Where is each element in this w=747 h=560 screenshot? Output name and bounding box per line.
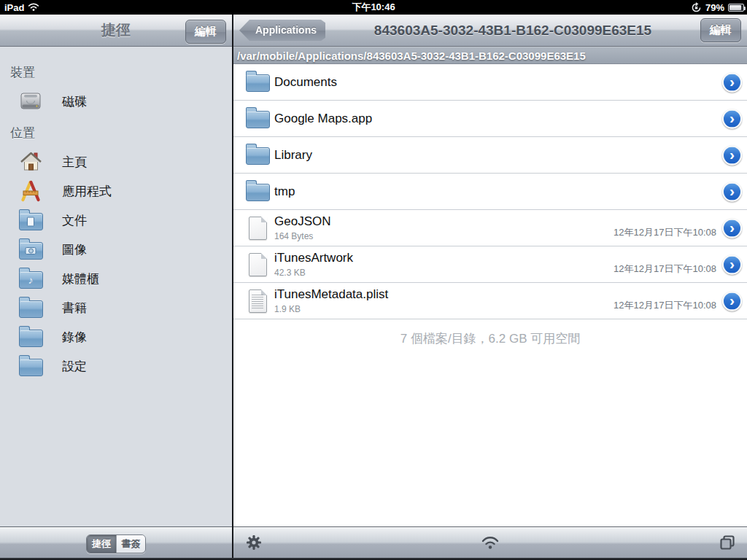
sidebar-item-label: 磁碟 <box>62 93 87 110</box>
folder-icon <box>241 182 274 201</box>
folder-music-icon: ♪ <box>18 269 44 289</box>
file-name: Google Maps.app <box>274 112 372 126</box>
folder-icon <box>18 327 44 347</box>
clock: 下午10:46 <box>0 1 747 14</box>
tab-bookmarks[interactable]: 書簽 <box>116 535 145 553</box>
status-bar: iPad 下午10:46 79% <box>0 0 747 15</box>
sidebar-edit-button[interactable]: 編輯 <box>185 20 226 44</box>
list-item-documents[interactable]: Documents <box>233 64 747 101</box>
file-name: Library <box>274 148 312 163</box>
sidebar-list: 裝置 磁碟 位置 <box>0 47 232 526</box>
folder-document-icon <box>18 211 44 230</box>
sidebar-toolbar: 捷徑 書簽 <box>0 526 232 560</box>
sidebar-item-label: 圖像 <box>62 241 87 258</box>
sidebar-item-label: 媒體櫃 <box>62 271 99 287</box>
sidebar-item-label: 主頁 <box>62 154 87 171</box>
sidebar-item-label: 錄像 <box>62 329 87 346</box>
file-list: Documents Google Maps.app Library tmp <box>233 64 747 319</box>
sidebar-item-media[interactable]: ♪ 媒體櫃 <box>0 264 232 293</box>
page-title: 843603A5-3032-43B1-B162-C03099E63E15 <box>325 23 700 39</box>
list-summary: 7 個檔案/目錄，6.2 GB 可用空間 <box>233 330 747 347</box>
list-item-tmp[interactable]: tmp <box>233 174 747 210</box>
sidebar-item-home[interactable]: 主頁 <box>0 147 232 176</box>
folder-icon <box>241 72 274 92</box>
sidebar-item-disk[interactable]: 磁碟 <box>0 87 232 116</box>
detail-disclosure-button[interactable] <box>722 182 742 201</box>
sidebar: 捷徑 編輯 裝置 磁碟 <box>0 15 233 560</box>
detail-disclosure-button[interactable] <box>722 72 742 92</box>
sidebar-item-label: 應用程式 <box>62 183 112 200</box>
file-name: Documents <box>274 75 337 90</box>
file-date: 12年12月17日下午10:08 <box>614 262 716 276</box>
detail-disclosure-button[interactable] <box>722 218 742 238</box>
detail-disclosure-button[interactable] <box>722 145 742 165</box>
list-item-library[interactable]: Library <box>233 137 747 174</box>
folder-icon <box>18 298 44 318</box>
file-size: 42.3 KB <box>274 268 353 278</box>
folder-icon <box>18 357 44 376</box>
file-size: 164 Bytes <box>274 231 330 241</box>
folder-icon <box>241 109 274 128</box>
current-path: /var/mobile/Applications/843603A5-3032-4… <box>233 50 586 62</box>
home-icon <box>18 150 44 174</box>
file-browser: Applications 843603A5-3032-43B1-B162-C03… <box>233 15 747 560</box>
file-name: GeoJSON <box>274 214 330 229</box>
detail-disclosure-button[interactable] <box>722 291 742 311</box>
file-date: 12年12月17日下午10:08 <box>614 226 716 239</box>
hard-disk-icon <box>18 90 44 113</box>
sidebar-item-applications[interactable]: 應用程式 <box>0 176 232 206</box>
list-item-google-maps[interactable]: Google Maps.app <box>233 101 747 137</box>
settings-gear-button[interactable] <box>245 534 263 554</box>
tab-shortcuts[interactable]: 捷徑 <box>87 535 116 553</box>
sidebar-nav-bar: 捷徑 編輯 <box>0 15 232 47</box>
multitask-pages-button[interactable] <box>719 534 735 553</box>
battery-icon <box>728 4 744 12</box>
applications-icon <box>18 179 44 203</box>
list-item-itunesmetadata[interactable]: iTunesMetadata.plist 1.9 KB 12年12月17日下午1… <box>233 283 747 319</box>
back-button[interactable]: Applications <box>239 20 325 41</box>
sidebar-title: 捷徑 <box>101 20 131 40</box>
plist-document-icon <box>241 289 274 313</box>
sidebar-item-settings[interactable]: 設定 <box>0 351 232 381</box>
sidebar-tab-switcher: 捷徑 書簽 <box>86 534 146 553</box>
sidebar-item-label: 設定 <box>62 358 87 375</box>
main-toolbar <box>233 526 747 560</box>
path-bar: /var/mobile/Applications/843603A5-3032-4… <box>233 47 747 64</box>
sidebar-item-label: 書籍 <box>62 300 87 316</box>
file-name: iTunesMetadata.plist <box>274 287 388 302</box>
sidebar-item-images[interactable]: 圖像 <box>0 235 232 264</box>
list-item-geojson[interactable]: GeoJSON 164 Bytes 12年12月17日下午10:08 <box>233 210 747 246</box>
section-header-locations: 位置 <box>10 125 232 141</box>
file-name: iTunesArtwork <box>274 251 353 265</box>
sidebar-item-label: 文件 <box>62 212 87 229</box>
empty-area <box>233 347 747 526</box>
detail-disclosure-button[interactable] <box>722 109 742 128</box>
section-header-devices: 裝置 <box>10 64 232 81</box>
file-size: 1.9 KB <box>274 304 388 314</box>
folder-camera-icon <box>18 240 44 260</box>
document-icon <box>241 253 274 276</box>
detail-disclosure-button[interactable] <box>722 254 742 274</box>
file-date: 12年12月17日下午10:08 <box>614 299 716 312</box>
sidebar-item-videos[interactable]: 錄像 <box>0 322 232 351</box>
list-item-itunesartwork[interactable]: iTunesArtwork 42.3 KB 12年12月17日下午10:08 <box>233 246 747 283</box>
folder-icon <box>241 145 274 165</box>
main-nav-bar: Applications 843603A5-3032-43B1-B162-C03… <box>233 15 747 47</box>
sidebar-item-documents[interactable]: 文件 <box>0 206 232 235</box>
main-edit-button[interactable]: 編輯 <box>700 18 741 42</box>
sidebar-item-books[interactable]: 書籍 <box>0 293 232 322</box>
document-icon <box>241 217 274 240</box>
file-name: tmp <box>274 184 295 199</box>
wifi-transfer-button[interactable] <box>481 535 500 553</box>
